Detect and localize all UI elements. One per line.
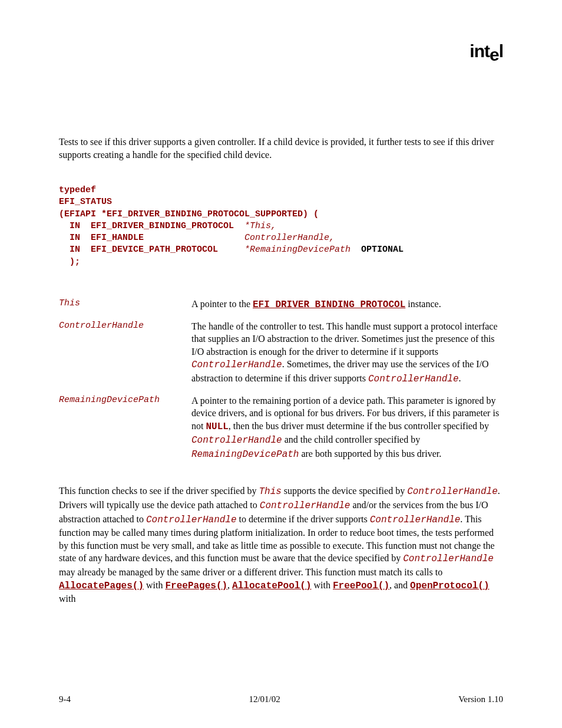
- text: are both supported by this bus driver.: [299, 449, 441, 459]
- link-allocatepool[interactable]: AllocatePool(): [232, 581, 311, 591]
- intro-paragraph: Tests to see if this driver supports a g…: [59, 136, 503, 161]
- text: may already be managed by the same drive…: [59, 567, 442, 577]
- proto-line-6b: *RemainingDevicePath: [244, 245, 351, 255]
- text: .: [459, 373, 461, 383]
- code-ref: ControllerHandle: [191, 435, 282, 446]
- param-name: This: [59, 298, 191, 308]
- proto-line-6c: OPTIONAL: [351, 245, 404, 255]
- proto-line-1: typedef: [59, 185, 96, 195]
- proto-line-5a: IN EFI_HANDLE: [59, 233, 244, 243]
- param-desc: The handle of the controller to test. Th…: [191, 320, 503, 386]
- text: to determine if the driver supports: [237, 514, 370, 524]
- link-freepages[interactable]: FreePages(): [165, 581, 227, 591]
- text: with: [59, 594, 75, 604]
- footer-version: Version 1.10: [458, 694, 503, 704]
- param-row-this: This A pointer to the EFI_DRIVER_BINDING…: [59, 298, 503, 312]
- text: instance.: [405, 299, 441, 309]
- code-ref: ControllerHandle: [191, 360, 282, 370]
- param-row-remainingdevicepath: RemainingDevicePath A pointer to the rem…: [59, 394, 503, 462]
- proto-line-6a: IN EFI_DEVICE_PATH_PROTOCOL: [59, 245, 244, 255]
- footer-page-number: 9-4: [59, 694, 71, 704]
- param-row-controllerhandle: ControllerHandle The handle of the contr…: [59, 320, 503, 386]
- code-ref-null: NULL: [206, 421, 228, 432]
- intel-logo: intel: [470, 41, 503, 61]
- text: The handle of the controller to test. Th…: [191, 321, 498, 357]
- code-ref: ControllerHandle: [407, 486, 498, 497]
- proto-line-4a: IN EFI_DRIVER_BINDING_PROTOCOL: [59, 221, 244, 231]
- text: A pointer to the: [191, 299, 253, 309]
- param-name: RemainingDevicePath: [59, 394, 191, 405]
- text: , then the bus driver must determine if …: [229, 421, 489, 431]
- text: with: [144, 580, 165, 590]
- code-ref: ControllerHandle: [260, 500, 351, 511]
- prototype-block: typedef EFI_STATUS (EFIAPI *EFI_DRIVER_B…: [59, 185, 503, 268]
- text: , and: [389, 580, 410, 590]
- link-openprotocol[interactable]: OpenProtocol(): [410, 581, 489, 591]
- code-ref: ControllerHandle: [146, 515, 237, 525]
- text: supports the device specified by: [282, 486, 407, 496]
- link-allocatepages[interactable]: AllocatePages(): [59, 581, 144, 591]
- text: with: [312, 580, 333, 590]
- proto-line-3: (EFIAPI *EFI_DRIVER_BINDING_PROTOCOL_SUP…: [59, 209, 319, 219]
- proto-line-4b: *This,: [244, 221, 276, 231]
- code-ref: ControllerHandle: [370, 515, 461, 525]
- code-ref: ControllerHandle: [368, 374, 459, 384]
- page-footer: 9-4 12/01/02 Version 1.10: [59, 694, 503, 704]
- code-ref: ControllerHandle: [403, 554, 494, 564]
- proto-line-7: );: [59, 257, 80, 267]
- text: This function checks to see if the drive…: [59, 486, 259, 496]
- description-paragraph: This function checks to see if the drive…: [59, 485, 503, 605]
- proto-line-2: EFI_STATUS: [59, 197, 112, 207]
- parameters-table: This A pointer to the EFI_DRIVER_BINDING…: [59, 298, 503, 462]
- param-desc: A pointer to the remaining portion of a …: [191, 394, 503, 462]
- param-name: ControllerHandle: [59, 320, 191, 331]
- code-ref: EFI_DRIVER_BINDING_PROTOCOL: [253, 299, 405, 310]
- code-ref: This: [259, 486, 281, 497]
- proto-line-5b: ControllerHandle,: [244, 233, 335, 243]
- param-desc: A pointer to the EFI_DRIVER_BINDING_PROT…: [191, 298, 503, 312]
- footer-date: 12/01/02: [249, 694, 280, 704]
- text: ,: [227, 580, 232, 590]
- code-ref: RemainingDevicePath: [191, 449, 299, 460]
- link-freepool[interactable]: FreePool(): [333, 581, 389, 591]
- text: and the child controller specified by: [282, 434, 421, 444]
